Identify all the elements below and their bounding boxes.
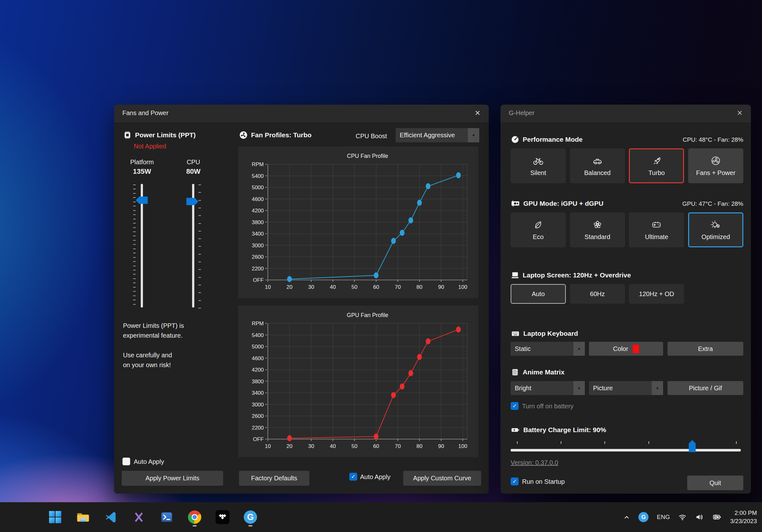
wifi-icon[interactable] (678, 513, 687, 521)
gpu-fan-chart: RPM540050004600420038003400300026002200O… (238, 306, 478, 457)
chevron-down-icon[interactable]: ▾ (468, 128, 479, 142)
window-title: Fans and Power (122, 110, 169, 117)
fan-curve-point[interactable] (374, 433, 378, 439)
fan-curve-point[interactable] (456, 172, 461, 178)
fan-curve-point[interactable] (417, 354, 422, 360)
slider-tick (198, 208, 201, 208)
fan-curve-line (289, 330, 458, 438)
taskbar-app-ghelper[interactable]: G (240, 507, 261, 527)
quit-button[interactable]: Quit (687, 476, 743, 490)
slider-tick (133, 253, 136, 253)
fan-curve-point[interactable] (374, 272, 378, 278)
taskbar-app-terminal[interactable] (157, 507, 177, 527)
x-tick-label: 70 (395, 443, 401, 449)
gpu-mode-header: GPU Mode: iGPU + dGPU (511, 199, 603, 208)
taskbar-app-tidal[interactable] (212, 507, 233, 527)
slider-tick (133, 189, 136, 189)
fans-power-titlebar[interactable]: Fans and Power ✕ (114, 105, 489, 122)
taskbar-app-start[interactable] (45, 507, 65, 527)
y-tick-label: 4200 (252, 208, 264, 214)
apply-power-limits-button[interactable]: Apply Power Limits (122, 471, 223, 486)
battery-icon (511, 425, 520, 434)
screen-mode-button-60hz[interactable]: 60Hz (570, 284, 625, 304)
auto-apply-curve-checkbox[interactable]: ✓ (349, 473, 357, 481)
slider-tick (133, 210, 136, 211)
taskbar-app-file-explorer[interactable] (73, 507, 93, 527)
keyboard-extra-button[interactable]: Extra (667, 342, 743, 356)
anime-matrix-title: Anime Matrix (523, 368, 565, 376)
cpu-slider-thumb[interactable] (187, 198, 198, 205)
platform-value: 135W (120, 167, 164, 176)
platform-slider-thumb[interactable] (136, 196, 148, 204)
fan-curve-point[interactable] (287, 435, 292, 441)
fan-curve-point[interactable] (287, 276, 292, 282)
fan-curve-point[interactable] (391, 392, 396, 398)
run-on-startup-checkbox[interactable]: ✓ (511, 478, 519, 486)
battery-tray-icon[interactable] (712, 513, 722, 521)
laptop-screen-title: Laptop Screen: 120Hz + Overdrive (523, 271, 631, 279)
keyboard-mode-value: Static (511, 342, 573, 356)
taskbar-app-vscode[interactable] (101, 507, 121, 527)
ghelper-titlebar[interactable]: G-Helper ✕ (500, 105, 751, 122)
fan-curve-point[interactable] (400, 383, 405, 389)
close-icon[interactable]: ✕ (475, 109, 481, 117)
keyboard-mode-select[interactable]: Static ▾ (511, 342, 585, 356)
laptop-keyboard-title: Laptop Keyboard (523, 330, 578, 337)
y-tick-label: 3800 (252, 219, 264, 225)
chevron-down-icon[interactable]: ▾ (573, 381, 585, 395)
screen-mode-button-120hz-od[interactable]: 120Hz + OD (629, 284, 684, 304)
fan-curve-point[interactable] (426, 183, 430, 189)
clock[interactable]: 2:00 PM 3/23/2023 (730, 509, 757, 525)
version-link[interactable]: Version: 0.37.0.0 (511, 459, 558, 466)
screen-mode-button-auto[interactable]: Auto (511, 284, 566, 304)
volume-icon[interactable] (695, 513, 704, 521)
slider-tick (133, 278, 136, 279)
y-tick-label: 3400 (252, 231, 264, 237)
perf-mode-button-turbo[interactable]: Turbo (629, 148, 684, 183)
battery-slider-track[interactable] (511, 449, 741, 451)
apply-custom-curve-button[interactable]: Apply Custom Curve (403, 471, 481, 486)
fan-curve-point[interactable] (456, 327, 461, 333)
y-tick-label: 5000 (252, 185, 264, 190)
keyboard-color-button[interactable]: Color (589, 342, 663, 356)
taskbar-app-visual-studio[interactable] (129, 507, 149, 527)
note-line: Use carefully and (123, 350, 224, 360)
turn-off-on-battery-checkbox[interactable]: ✓ (511, 402, 519, 410)
gpu-mode-button-optimized[interactable]: Optimized (688, 212, 743, 247)
matrix-mode-select[interactable]: Picture ▾ (589, 381, 663, 395)
fan-curve-point[interactable] (426, 338, 430, 344)
matrix-picture-gif-button[interactable]: Picture / Gif (667, 381, 743, 395)
language-indicator[interactable]: ENG (657, 514, 670, 521)
gpu-mode-button-eco[interactable]: Eco (511, 212, 566, 247)
perf-mode-button-balanced[interactable]: Balanced (570, 148, 625, 183)
fan-curve-point[interactable] (409, 370, 413, 376)
factory-defaults-button[interactable]: Factory Defaults (239, 471, 309, 486)
auto-apply-limits-checkbox[interactable]: ✓ (122, 458, 130, 465)
cpu-boost-select[interactable]: Efficient Aggressive ▾ (396, 128, 479, 142)
chevron-down-icon[interactable]: ▾ (573, 342, 585, 356)
fan-profiles-title: Fan Profiles: Turbo (251, 131, 312, 139)
perf-mode-button-silent[interactable]: Silent (511, 148, 566, 183)
gpu-mode-button-standard[interactable]: Standard (570, 212, 625, 247)
chevron-down-icon[interactable]: ▾ (652, 381, 663, 395)
fan-curve-point[interactable] (409, 217, 413, 223)
x-tick-label: 10 (265, 284, 271, 290)
fan-curve-point[interactable] (400, 230, 405, 236)
ghelper-tray-icon[interactable]: G (639, 512, 648, 522)
fan-curve-point[interactable] (391, 238, 396, 244)
matrix-brightness-select[interactable]: Bright ▾ (511, 381, 585, 395)
chevron-up-icon[interactable] (623, 514, 630, 520)
x-tick-label: 20 (286, 443, 293, 449)
auto-apply-limits-label: Auto Apply (134, 458, 164, 465)
slider-tick (133, 219, 136, 219)
slider-tick (133, 295, 136, 296)
close-icon[interactable]: ✕ (737, 109, 743, 117)
battery-slider-thumb[interactable] (689, 440, 696, 452)
perf-mode-button-fans-power[interactable]: Fans + Power (688, 148, 743, 183)
slider-tick (133, 193, 136, 194)
fan-curve-point[interactable] (417, 200, 422, 206)
gpu-mode-button-ultimate[interactable]: Ultimate (629, 212, 684, 247)
slider-tick (133, 236, 136, 236)
taskbar-app-chrome[interactable] (185, 507, 205, 527)
slider-tick (133, 249, 136, 249)
